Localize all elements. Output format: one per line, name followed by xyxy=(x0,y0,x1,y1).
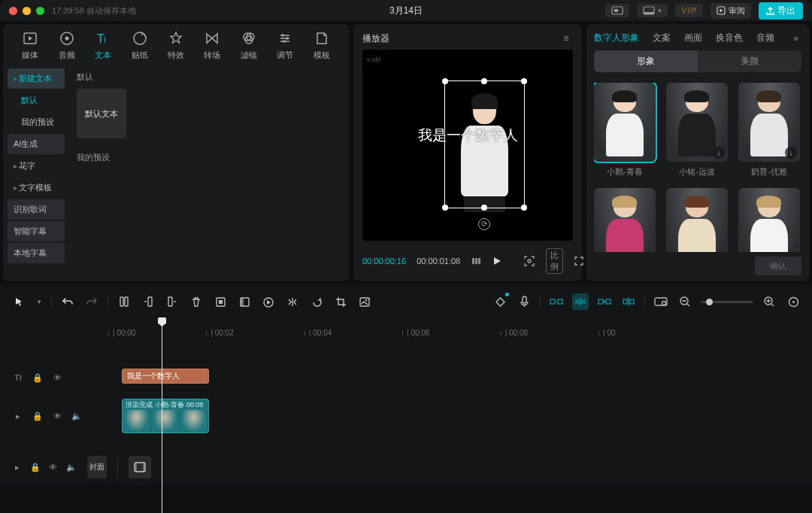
minimize-window[interactable] xyxy=(23,7,31,15)
itab-avatar[interactable]: 数字人形象 xyxy=(594,32,639,44)
freeze-icon[interactable] xyxy=(212,293,229,310)
redo-icon[interactable] xyxy=(83,293,100,310)
handle-sw[interactable] xyxy=(442,205,448,211)
pointer-dropdown[interactable]: ▾ xyxy=(35,293,44,310)
lock-icon[interactable]: 🔒 xyxy=(32,373,44,383)
review-button[interactable]: 审阅 xyxy=(710,3,751,19)
tab-text[interactable]: TI文本 xyxy=(85,30,121,61)
side-smart-subtitle[interactable]: 智能字幕 xyxy=(8,221,65,241)
focus-icon[interactable] xyxy=(523,255,535,267)
play-button[interactable] xyxy=(492,255,502,267)
maximize-window[interactable] xyxy=(36,7,44,15)
lock-icon[interactable]: 🔒 xyxy=(32,411,44,421)
vip-badge[interactable]: VIP xyxy=(675,4,703,17)
default-text-thumb[interactable]: 默认文本 xyxy=(77,89,126,138)
avatar-card-4[interactable]: ↓ xyxy=(666,188,728,252)
itab-sound[interactable]: 音频 xyxy=(756,32,774,44)
reverse-icon[interactable] xyxy=(260,293,277,310)
side-my-preset[interactable]: 我的预设 xyxy=(8,112,65,132)
avatar-card-0[interactable]: 小鹅-青春 xyxy=(594,83,656,178)
tab-adjust[interactable]: 调节 xyxy=(267,30,303,61)
tab-transition[interactable]: 转场 xyxy=(194,30,230,61)
side-local-subtitle[interactable]: 本地字幕 xyxy=(8,243,65,263)
player-viewport[interactable]: 9.8秒 我是一个数字人 ⟳ xyxy=(362,50,573,241)
tab-template[interactable]: 模板 xyxy=(304,30,340,61)
rotate-icon[interactable] xyxy=(308,293,325,310)
narration-icon[interactable] xyxy=(236,293,253,310)
trim-right-icon[interactable] xyxy=(164,293,180,310)
zoom-fit-icon[interactable] xyxy=(785,293,801,310)
time-ruler[interactable]: | 00:00 | 00:02 | 00:04 | 00:06 | 00:08 … xyxy=(8,317,804,337)
rotate-handle[interactable]: ⟳ xyxy=(478,218,490,230)
side-text-template[interactable]: ▸文字模板 xyxy=(8,178,65,198)
avatar-card-2[interactable]: ↓奶昔-优雅 xyxy=(738,83,800,178)
close-window[interactable] xyxy=(9,7,17,15)
ai-tools-icon[interactable] xyxy=(356,293,373,310)
seg-image[interactable]: 形象 xyxy=(594,50,698,72)
tab-filter[interactable]: 滤镜 xyxy=(231,30,267,61)
link-icon[interactable] xyxy=(596,293,613,310)
layout-button-2[interactable]: ▾ xyxy=(637,4,668,17)
selection-box[interactable]: ⟳ xyxy=(444,80,524,208)
handle-nw[interactable] xyxy=(442,78,448,84)
video-track[interactable]: 渲染完成 小鹅-青春 00:08 xyxy=(114,397,804,435)
text-clip[interactable]: 我是一个数字人 xyxy=(122,369,209,384)
preview-icon[interactable] xyxy=(653,293,669,310)
download-icon[interactable]: ↓ xyxy=(785,147,797,159)
player-menu-icon[interactable]: ≡ xyxy=(559,32,573,45)
itab-voice[interactable]: 换音色 xyxy=(716,32,743,44)
mute-icon[interactable]: 🔈 xyxy=(71,411,83,421)
ratio-button[interactable]: 比例 xyxy=(546,248,563,274)
magnet-icon[interactable] xyxy=(572,293,589,310)
itab-copy[interactable]: 文案 xyxy=(653,32,671,44)
keyframe-icon[interactable] xyxy=(492,293,508,310)
zoom-knob[interactable] xyxy=(706,299,713,305)
zoom-out-icon[interactable] xyxy=(677,293,693,310)
side-default[interactable]: 默认 xyxy=(8,90,65,111)
tab-sticker[interactable]: 贴纸 xyxy=(121,30,157,61)
magnet-in-icon[interactable] xyxy=(548,293,565,310)
text-track[interactable]: 我是一个数字人 xyxy=(114,363,804,393)
mirror-icon[interactable] xyxy=(284,293,301,310)
export-button[interactable]: 导出 xyxy=(759,2,803,20)
lock-icon[interactable]: 🔒 xyxy=(30,463,41,472)
tab-effect[interactable]: 特效 xyxy=(158,30,194,61)
side-lyric[interactable]: 识别歌词 xyxy=(8,199,65,220)
handle-ne[interactable] xyxy=(521,78,527,84)
avatar-card-5[interactable]: ↓ xyxy=(738,188,800,252)
cover-button[interactable]: 封面 xyxy=(87,456,107,478)
eye-icon[interactable]: 👁 xyxy=(48,463,59,472)
side-ai-gen[interactable]: AI生成 xyxy=(8,134,65,154)
align-icon[interactable] xyxy=(620,293,637,310)
handle-se[interactable] xyxy=(521,205,527,211)
playhead[interactable] xyxy=(162,319,162,513)
crop-icon[interactable] xyxy=(332,293,349,310)
zoom-slider[interactable] xyxy=(701,301,753,303)
eye-icon[interactable]: 👁 xyxy=(51,373,63,382)
confirm-button[interactable]: 确认 xyxy=(755,256,801,275)
avatar-card-3[interactable]: ↓ xyxy=(594,188,656,252)
seg-beauty[interactable]: 美颜 xyxy=(698,50,801,72)
undo-icon[interactable] xyxy=(59,293,76,310)
trim-left-icon[interactable] xyxy=(140,293,156,310)
mic-icon[interactable] xyxy=(516,293,532,310)
add-clip-button[interactable] xyxy=(129,456,151,478)
main-track[interactable] xyxy=(159,450,804,484)
side-new-text[interactable]: ▸新建文本 xyxy=(8,68,65,89)
tab-audio[interactable]: 音频 xyxy=(48,30,84,61)
avatar-card-1[interactable]: ↓小铭-远波 xyxy=(666,83,728,178)
pointer-tool[interactable] xyxy=(11,293,27,310)
video-clip[interactable]: 渲染完成 小鹅-青春 00:08 xyxy=(122,399,209,433)
eye-icon[interactable]: 👁 xyxy=(51,411,63,420)
itab-more-icon[interactable]: » xyxy=(790,33,801,44)
side-fancy[interactable]: ▸花字 xyxy=(8,156,65,176)
split-icon[interactable] xyxy=(116,293,132,310)
fullscreen-icon[interactable] xyxy=(574,255,584,267)
tab-media[interactable]: 媒体 xyxy=(12,30,48,61)
delete-icon[interactable] xyxy=(188,293,205,310)
download-icon[interactable]: ↓ xyxy=(713,147,725,159)
itab-picture[interactable]: 画面 xyxy=(684,32,702,44)
zoom-in-icon[interactable] xyxy=(761,293,777,310)
volume-icon[interactable] xyxy=(471,255,481,267)
layout-button-1[interactable] xyxy=(605,4,629,17)
